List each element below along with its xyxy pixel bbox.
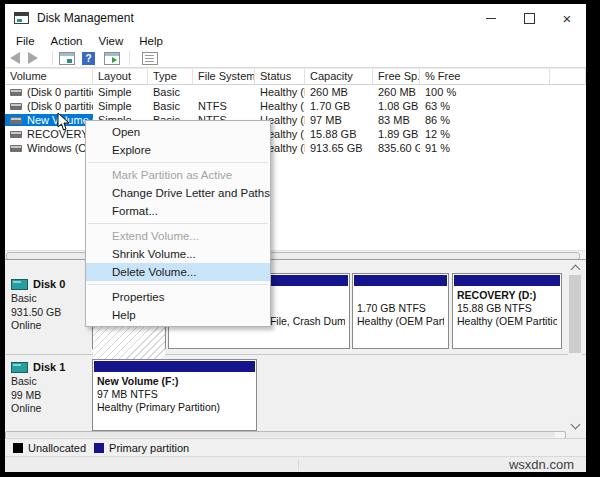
volume-cell: 260 MB bbox=[373, 86, 420, 98]
disk-type: Basic bbox=[11, 292, 85, 306]
column-header-Volume[interactable]: Volume bbox=[5, 69, 93, 84]
minimize-button[interactable] bbox=[472, 4, 510, 32]
volume-cell: Healthy (E... bbox=[255, 86, 305, 98]
context-menu-item-format[interactable]: Format... bbox=[86, 202, 270, 220]
menu-separator bbox=[88, 284, 268, 285]
statusbar-divider bbox=[298, 459, 299, 471]
close-button[interactable]: × bbox=[548, 4, 586, 32]
volume-cell: 100 % bbox=[420, 86, 550, 98]
volume-name: (Disk 0 partition 4) bbox=[27, 100, 93, 112]
scroll-down-icon[interactable] bbox=[571, 420, 581, 430]
menubar-item-help[interactable]: Help bbox=[131, 35, 171, 47]
volume-cell: 913.65 GB bbox=[305, 142, 373, 154]
partition-line: 97 MB NTFS bbox=[97, 388, 252, 401]
volume-cell: 1.89 GB bbox=[373, 128, 420, 140]
column-header-Status[interactable]: Status bbox=[255, 69, 305, 84]
volume-cell: NTFS bbox=[193, 100, 255, 112]
volume-cell: Simple bbox=[93, 100, 148, 112]
volume-cell: 1.70 GB bbox=[305, 100, 373, 112]
partition-info: 1.70 GB NTFSHealthy (OEM Partitio bbox=[353, 287, 448, 328]
legend-swatch bbox=[13, 443, 23, 453]
volume-name: Windows (C bbox=[27, 142, 86, 154]
disk-management-window: Disk Management × FileActionViewHelp ? V… bbox=[5, 4, 586, 472]
lower-horizontal-scrollbar[interactable] bbox=[5, 431, 566, 438]
partition-line bbox=[357, 289, 444, 302]
partition-box[interactable]: 1.70 GB NTFSHealthy (OEM Partitio bbox=[352, 273, 449, 349]
partition-box[interactable]: New Volume (F:)97 MB NTFSHealthy (Primar… bbox=[92, 359, 257, 431]
column-header-% Free[interactable]: % Free bbox=[420, 69, 550, 84]
legend-item-unallocated: Unallocated bbox=[13, 442, 86, 454]
column-header-Capacity[interactable]: Capacity bbox=[305, 69, 373, 84]
app-icon bbox=[14, 12, 29, 24]
partition-info: New Volume (F:)97 MB NTFSHealthy (Primar… bbox=[93, 373, 256, 414]
partition-line: Healthy (OEM Partitio bbox=[357, 315, 444, 328]
volume-cell: Healthy (... bbox=[255, 100, 305, 112]
context-menu-item-properties[interactable]: Properties bbox=[86, 288, 270, 306]
context-menu-item-explore[interactable]: Explore bbox=[86, 141, 270, 159]
console-window-export-icon[interactable] bbox=[104, 52, 120, 65]
scrollbar-thumb[interactable] bbox=[7, 432, 555, 437]
partition-line: RECOVERY (D:) bbox=[457, 289, 557, 302]
context-menu-item-delete-volume[interactable]: Delete Volume... bbox=[86, 263, 270, 281]
partition-line: Healthy (Primary Partition) bbox=[97, 401, 252, 414]
context-menu-item-help[interactable]: Help bbox=[86, 306, 270, 324]
disk-name: Disk 0 bbox=[33, 278, 65, 290]
disk-status: Online bbox=[11, 402, 85, 416]
menubar-item-file[interactable]: File bbox=[8, 35, 43, 47]
partition-box[interactable]: RECOVERY (D:)15.88 GB NTFSHealthy (OEM P… bbox=[452, 273, 562, 349]
volume-list-header: VolumeLayoutTypeFile SystemStatusCapacit… bbox=[5, 68, 586, 85]
menu-bar: FileActionViewHelp bbox=[5, 32, 586, 49]
menubar-item-action[interactable]: Action bbox=[43, 35, 91, 47]
volume-row[interactable]: (Disk 0 partition 4)SimpleBasicNTFSHealt… bbox=[5, 99, 586, 113]
legend-swatch bbox=[94, 443, 104, 453]
volume-cell: 1.08 GB bbox=[373, 100, 420, 112]
primary-partition-band bbox=[94, 361, 255, 372]
volume-icon bbox=[10, 89, 22, 96]
partition-line: 15.88 GB NTFS bbox=[457, 302, 557, 315]
context-menu-item-extend-volume: Extend Volume... bbox=[86, 227, 270, 245]
legend-label: Unallocated bbox=[28, 442, 86, 454]
volume-cell: 835.60 GB bbox=[373, 142, 420, 154]
context-menu-item-change-drive-letter-and-paths[interactable]: Change Drive Letter and Paths... bbox=[86, 184, 270, 202]
volume-name-cell: New Volume ( bbox=[5, 114, 93, 126]
status-bar: wsxdn.com bbox=[5, 456, 586, 472]
volume-icon bbox=[10, 103, 22, 110]
maximize-icon bbox=[524, 13, 535, 24]
mouse-cursor bbox=[57, 112, 71, 132]
help-icon[interactable]: ? bbox=[82, 52, 95, 65]
volume-icon bbox=[10, 145, 22, 152]
volume-row[interactable]: (Disk 0 partition 1)SimpleBasicHealthy (… bbox=[5, 85, 586, 99]
disk-name-row: Disk 0 bbox=[5, 278, 85, 290]
back-arrow-icon[interactable] bbox=[10, 52, 20, 64]
legend-label: Primary partition bbox=[109, 442, 189, 454]
volume-name-cell: Windows (C bbox=[5, 142, 93, 154]
column-header-Free Sp...[interactable]: Free Sp... bbox=[373, 69, 420, 84]
vertical-scrollbar[interactable] bbox=[568, 262, 582, 432]
primary-partition-band bbox=[454, 275, 560, 286]
context-menu-item-shrink-volume[interactable]: Shrink Volume... bbox=[86, 245, 270, 263]
scrollbar-thumb[interactable] bbox=[569, 275, 581, 353]
console-window-icon[interactable] bbox=[59, 52, 75, 65]
maximize-button[interactable] bbox=[510, 4, 548, 32]
context-menu-item-open[interactable]: Open bbox=[86, 123, 270, 141]
column-header-Layout[interactable]: Layout bbox=[93, 69, 148, 84]
scroll-up-icon[interactable] bbox=[571, 265, 581, 275]
minimize-icon bbox=[486, 18, 496, 19]
properties-icon[interactable] bbox=[142, 52, 158, 65]
primary-partition-band bbox=[354, 275, 447, 286]
menubar-item-view[interactable]: View bbox=[91, 35, 132, 47]
column-header-Type[interactable]: Type bbox=[148, 69, 193, 84]
window-title: Disk Management bbox=[37, 11, 472, 25]
watermark-text: wsxdn.com bbox=[509, 457, 574, 472]
column-header-blank bbox=[550, 69, 586, 84]
disk-icon bbox=[11, 362, 28, 373]
volume-name-cell: (Disk 0 partition 4) bbox=[5, 100, 93, 112]
volume-cell: Basic bbox=[148, 86, 193, 98]
volume-cell: 91 % bbox=[420, 142, 550, 154]
volume-cell: 63 % bbox=[420, 100, 550, 112]
close-icon: × bbox=[563, 11, 572, 26]
forward-arrow-icon[interactable] bbox=[28, 52, 38, 64]
column-header-File System[interactable]: File System bbox=[193, 69, 255, 84]
volume-icon bbox=[10, 131, 22, 138]
volume-name-cell: RECOVERY ( bbox=[5, 128, 93, 140]
